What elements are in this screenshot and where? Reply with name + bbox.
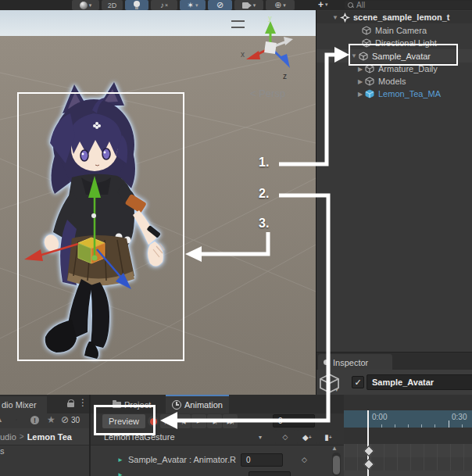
record-button[interactable] <box>148 416 159 427</box>
add-event-button[interactable]: ▮+ <box>319 430 338 444</box>
scrollbar-track[interactable] <box>332 453 341 476</box>
plus-icon: + <box>329 435 332 440</box>
property-value-field[interactable] <box>249 471 291 476</box>
property-value-field[interactable]: 0 <box>241 453 283 467</box>
frame-field[interactable]: 0 <box>273 414 315 428</box>
foldout-open-icon[interactable]: ▼ <box>349 52 359 59</box>
scene-name: scene_sample_lemon_t <box>353 13 450 22</box>
exclamation-icon[interactable]: ! <box>30 416 39 424</box>
check-icon: ✓ <box>354 378 361 388</box>
annotation-step-2: 2. <box>259 187 269 201</box>
chevron-down-icon: ▾ <box>253 2 256 9</box>
chevron-down-icon: ▾ <box>89 2 92 9</box>
property-label: Sample_Avatar : Animator.R <box>128 455 236 464</box>
go-to-start-button[interactable]: |◀◀ <box>160 414 175 428</box>
go-to-end-button[interactable]: ▶▶| <box>223 414 238 428</box>
tab-project[interactable]: Project <box>106 396 157 413</box>
plus-icon: + <box>309 435 312 440</box>
clip-dropdown[interactable]: LemonTeaGesture ▾ <box>102 430 266 444</box>
annotation-step-3: 3. <box>259 217 269 231</box>
hierarchy-row-main-camera[interactable]: Main Camera <box>316 24 472 37</box>
kebab-menu-icon[interactable]: ⋮ <box>78 397 88 408</box>
breadcrumb: udio > Lemon Tea <box>0 428 89 446</box>
globe-gizmo-icon: ⊕ <box>274 0 281 10</box>
hierarchy-row-armature[interactable]: ▶ Armature_Daily <box>316 63 472 75</box>
search-value: All <box>356 1 365 9</box>
active-checkbox[interactable]: ✓ <box>352 376 364 388</box>
row-label: Sample_Avatar <box>372 52 431 61</box>
chevron-down-icon: ▾ <box>259 434 262 441</box>
camera-view-button[interactable]: ▾ <box>234 0 263 10</box>
add-keyframe-dot-button[interactable]: ◇ <box>275 430 295 444</box>
keyframe-indicator-icon[interactable]: ◇ <box>302 456 307 463</box>
hierarchy-create-button[interactable]: + ▾ <box>318 0 340 9</box>
foldout-open-icon[interactable]: ▼ <box>331 14 340 21</box>
timeline-ruler[interactable]: 0:00 0:30 <box>344 410 472 428</box>
hierarchy-search-input[interactable]: All <box>345 1 472 9</box>
object-name-field[interactable]: Sample_Avatar <box>367 374 472 390</box>
scrollbar-thumb[interactable] <box>333 456 340 474</box>
breadcrumb-separator-icon: > <box>20 432 24 441</box>
hidden-count: 30 <box>71 416 80 424</box>
effects-sparkle-icon: ✶ <box>188 1 194 9</box>
hierarchy-row-scene[interactable]: ▼ scene_sample_lemon_t <box>316 11 472 23</box>
annotation-step-1: 1. <box>259 156 269 170</box>
hidden-objects-button[interactable]: ⊘ <box>208 0 232 10</box>
dopesheet-row-3[interactable] <box>344 471 472 476</box>
foldout-closed-icon[interactable]: ▶ <box>356 66 365 73</box>
gameobject-cube-icon <box>362 38 371 48</box>
play-button[interactable]: ▶ <box>191 414 206 428</box>
effects-button[interactable]: ✶▾ <box>180 0 206 10</box>
inspector-tabbar: Inspector <box>316 352 472 370</box>
chevron-down-icon[interactable]: ▾ <box>335 387 338 393</box>
property-row-partial[interactable]: ► <box>91 471 341 476</box>
scene-view[interactable]: y x z < Persp <box>0 10 316 395</box>
foldout-closed-icon[interactable]: ▶ <box>356 91 365 98</box>
partial-list-item[interactable]: s <box>0 446 5 456</box>
plus-icon: + <box>318 0 324 10</box>
tab-label: Inspector <box>333 358 368 367</box>
add-keyframe-button[interactable]: ◆+ <box>297 430 317 444</box>
eye-crossed-icon[interactable]: ⊘ <box>61 414 69 425</box>
hierarchy-row-directional-light[interactable]: Directional Light <box>316 37 472 49</box>
gameobject-cube-icon <box>365 77 374 86</box>
animator-property-icon: ► <box>117 471 123 476</box>
move-gizmo[interactable] <box>0 10 316 395</box>
hierarchy-row-lemon-tea-prefab[interactable]: ▶ Lemon_Tea_MA <box>316 88 472 100</box>
hierarchy-row-models[interactable]: ▶ Models <box>316 75 472 88</box>
star-icon[interactable]: ★ <box>47 414 55 425</box>
2d-toggle-button[interactable]: 2D <box>102 0 123 10</box>
audio-mixer-tabbar: dio Mixer ⋮ <box>0 395 89 413</box>
next-key-button[interactable]: ▶| <box>207 414 222 428</box>
animator-property-icon: ► <box>117 456 123 463</box>
row-label: Armature_Daily <box>378 64 438 73</box>
dopesheet[interactable]: 0:00 0:30 <box>344 395 472 476</box>
foldout-closed-icon[interactable]: ▶ <box>356 78 365 85</box>
gizmos-button[interactable]: ⊕▾ <box>266 0 295 10</box>
search-icon <box>348 2 354 9</box>
camera-icon <box>242 2 252 9</box>
tab-label: dio Mixer <box>2 400 37 410</box>
tab-inspector[interactable]: Inspector <box>318 354 392 370</box>
audio-mute-button[interactable]: ♪× <box>151 0 177 10</box>
shading-mode-button[interactable]: ▾ <box>72 0 99 10</box>
lighting-toggle-button[interactable] <box>125 0 148 10</box>
clock-icon <box>172 400 181 410</box>
ruler-label-30: 0:30 <box>452 413 467 421</box>
hierarchy-row-sample-avatar[interactable]: ▼ Sample_Avatar <box>316 49 472 63</box>
breadcrumb-current[interactable]: Lemon Tea <box>27 432 72 442</box>
audio-mixer-panel: dio Mixer ⋮ ▲ ! ★ ⊘ 30 udio > Lemon Tea … <box>0 395 89 476</box>
tab-audio-mixer[interactable]: dio Mixer <box>0 396 47 413</box>
scroll-up-icon[interactable]: ▲ <box>331 445 338 452</box>
gameobject-cube-icon <box>365 64 374 73</box>
partial-icon[interactable]: ▲ <box>0 416 3 424</box>
prev-key-button[interactable]: |◀ <box>176 414 191 428</box>
row-label: Main Camera <box>375 26 427 35</box>
property-row[interactable]: ► Sample_Avatar : Animator.R 0 ◇ <box>91 451 341 468</box>
tab-animation[interactable]: Animation <box>166 395 229 413</box>
chevron-down-icon: ▾ <box>195 2 198 9</box>
record-dot-icon <box>150 418 157 425</box>
breadcrumb-parent[interactable]: udio <box>0 432 16 442</box>
bulb-icon <box>134 1 140 9</box>
preview-button[interactable]: Preview <box>102 414 145 428</box>
